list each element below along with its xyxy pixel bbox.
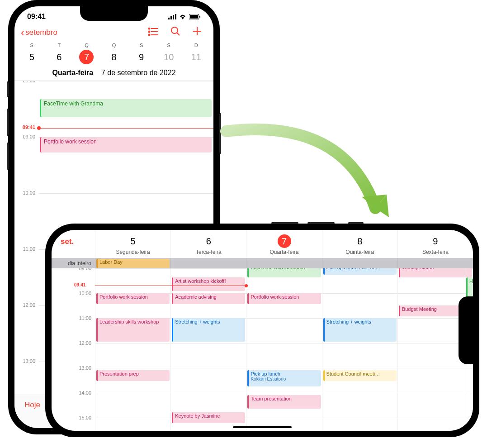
dow-label: Q xyxy=(73,43,100,48)
dow-label: S xyxy=(155,43,183,48)
add-icon[interactable] xyxy=(193,27,202,38)
toolbar: ‹ setembro xyxy=(14,23,213,43)
week-column[interactable]: FaceTime with GrandmaPortfolio work sess… xyxy=(246,268,322,431)
allday-cell[interactable]: Labor Day xyxy=(95,258,170,268)
day-name: Sexta-feira xyxy=(398,249,473,255)
day-column[interactable]: Q7 xyxy=(73,43,100,64)
now-line xyxy=(39,128,213,129)
allday-cell[interactable] xyxy=(170,258,246,268)
dow-label: Q xyxy=(100,43,128,48)
notch xyxy=(459,296,473,364)
now-line xyxy=(95,286,246,286)
notch xyxy=(80,6,148,21)
hour-label: 09:00 xyxy=(52,268,95,271)
svg-rect-3 xyxy=(175,14,176,19)
date-heading: Quarta-feira 7 de setembro de 2022 xyxy=(14,64,213,81)
svg-point-12 xyxy=(149,34,150,36)
day-number[interactable]: 6 xyxy=(52,50,66,64)
status-time: 09:41 xyxy=(27,13,46,21)
svg-line-14 xyxy=(177,33,180,35)
calendar-event[interactable]: Team presentation xyxy=(247,395,321,409)
calendar-event[interactable]: Academic advising xyxy=(172,293,245,304)
back-button[interactable]: ‹ setembro xyxy=(21,26,148,39)
day-column[interactable]: T6 xyxy=(46,43,73,64)
calendar-event[interactable]: Leadership skills workshop xyxy=(96,318,170,342)
day-name: Quinta-feira xyxy=(322,249,397,255)
day-column[interactable]: Q8 xyxy=(100,43,128,64)
calendar-event[interactable]: Stretching + weights xyxy=(172,318,245,342)
calendar-event[interactable]: Portfolio work session xyxy=(96,293,170,304)
week-column[interactable]: Pick up coffee Philz Co…Stretching + wei… xyxy=(322,268,397,431)
calendar-event[interactable]: FaceTime with Grandma xyxy=(40,99,212,117)
day-column[interactable]: S5 xyxy=(18,43,46,64)
week-day-head[interactable]: 9Sexta-feira xyxy=(397,230,473,258)
calendar-event[interactable]: Stretching + weights xyxy=(323,318,397,342)
week-column[interactable]: Portfolio work sessionLeadership skills … xyxy=(95,268,170,431)
svg-rect-2 xyxy=(173,15,174,19)
day-column[interactable]: S10 xyxy=(155,43,183,64)
day-column[interactable]: S9 xyxy=(128,43,155,64)
day-name: Quarta-feira xyxy=(246,249,322,255)
allday-event[interactable]: Labor Day xyxy=(96,259,170,268)
phone-landscape-frame: set. 5Segunda-feira6Terça-feira7Quarta-f… xyxy=(45,224,479,437)
dow-label: S xyxy=(128,43,155,48)
day-number[interactable]: 11 xyxy=(189,50,203,64)
hour-label: 13:00 xyxy=(17,358,35,364)
calendar-event[interactable]: Student Council meeti… xyxy=(323,370,397,381)
allday-cell[interactable] xyxy=(397,258,473,268)
hour-label: 11:00 xyxy=(52,315,95,321)
week-strip: S5T6Q7Q8S9S10D11 xyxy=(14,43,213,64)
calendar-event[interactable]: Presentation prep xyxy=(96,370,170,381)
hour-label: 15:00 xyxy=(52,415,95,420)
today-button[interactable]: Hoje xyxy=(24,400,40,410)
home-indicator[interactable] xyxy=(233,426,292,428)
dow-label: D xyxy=(182,43,210,48)
hour-label: 13:00 xyxy=(52,365,95,371)
dow-label: T xyxy=(46,43,73,48)
allday-cell[interactable] xyxy=(246,258,322,268)
svg-rect-6 xyxy=(199,16,200,18)
now-label: 09:41 xyxy=(17,124,35,130)
day-number[interactable]: 10 xyxy=(161,50,176,64)
week-grid[interactable]: 09:0010:0011:0012:0013:0014:0015:0009:41… xyxy=(52,268,473,431)
calendar-event[interactable]: Weekly Status xyxy=(399,268,472,277)
day-number[interactable]: 7 xyxy=(79,50,94,64)
search-icon[interactable] xyxy=(171,27,180,38)
calendar-event[interactable]: Keynote by Jasmine xyxy=(172,412,245,423)
hour-label: 09:00 xyxy=(17,134,35,139)
day-column[interactable]: D11 xyxy=(182,43,210,64)
calendar-event[interactable]: FaceTime with Grandma xyxy=(247,268,321,277)
day-number[interactable]: 5 xyxy=(24,50,39,64)
day-number[interactable]: 9 xyxy=(134,50,149,64)
allday-cell[interactable] xyxy=(322,258,397,268)
cellular-icon xyxy=(168,14,176,19)
calendar-event[interactable]: Artist workshop kickoff! xyxy=(172,277,245,291)
chevron-left-icon: ‹ xyxy=(21,26,24,39)
rotate-arrow-icon xyxy=(208,122,398,240)
hour-label: 14:00 xyxy=(52,390,95,396)
hour-label: 10:00 xyxy=(52,291,95,296)
month-label[interactable]: set. xyxy=(52,230,95,250)
svg-rect-1 xyxy=(170,16,172,19)
battery-icon xyxy=(189,14,201,19)
landscape-screen: set. 5Segunda-feira6Terça-feira7Quarta-f… xyxy=(52,230,473,431)
day-number[interactable]: 5 xyxy=(126,234,140,248)
day-number[interactable]: 9 xyxy=(429,234,442,248)
dow-label: S xyxy=(18,43,46,48)
svg-rect-0 xyxy=(168,18,170,19)
week-day-head[interactable]: 5Segunda-feira xyxy=(95,230,170,258)
date-dow: Quarta-feira xyxy=(52,69,93,76)
calendar-event[interactable]: Pick up lunchKokkari Estiatorio xyxy=(247,370,321,386)
wifi-icon xyxy=(179,14,186,19)
week-column[interactable]: Artist workshop kickoff!Academic advisin… xyxy=(170,268,246,431)
calendar-event[interactable]: Pick up coffee Philz Co… xyxy=(323,268,397,275)
calendar-event[interactable]: Portfolio work session xyxy=(247,293,321,304)
allday-row: dia inteiro Labor Day xyxy=(52,258,473,268)
calendar-event[interactable]: Portfolio work session xyxy=(40,137,212,153)
svg-point-10 xyxy=(149,28,150,29)
hour-label: 10:00 xyxy=(17,190,35,195)
now-dot-icon xyxy=(245,284,248,287)
svg-point-11 xyxy=(149,31,150,33)
list-icon[interactable] xyxy=(148,27,158,38)
day-number[interactable]: 8 xyxy=(107,50,121,64)
